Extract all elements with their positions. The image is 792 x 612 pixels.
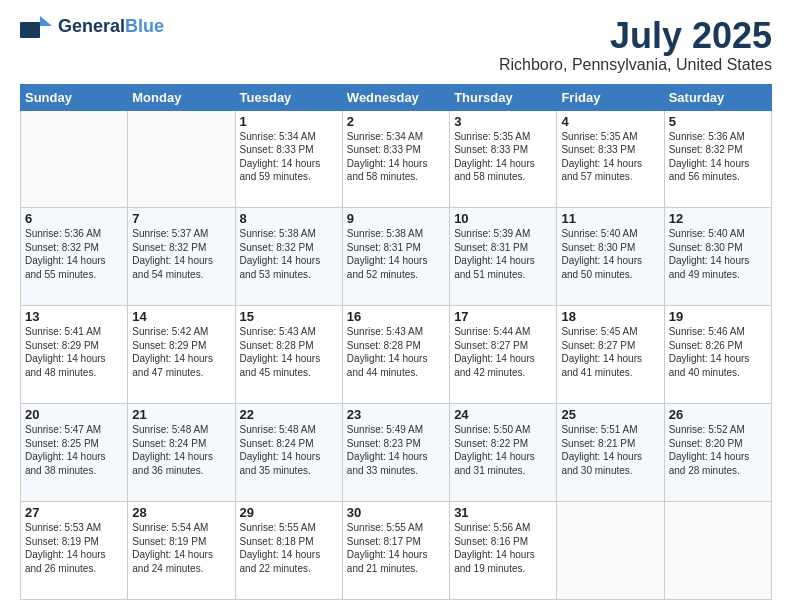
calendar-table: SundayMondayTuesdayWednesdayThursdayFrid… [20,84,772,600]
calendar-cell: 17Sunrise: 5:44 AM Sunset: 8:27 PM Dayli… [450,306,557,404]
header: GeneralBlue July 2025 Richboro, Pennsylv… [20,16,772,74]
day-info: Sunrise: 5:43 AM Sunset: 8:28 PM Dayligh… [347,325,445,379]
day-info: Sunrise: 5:46 AM Sunset: 8:26 PM Dayligh… [669,325,767,379]
calendar-cell: 26Sunrise: 5:52 AM Sunset: 8:20 PM Dayli… [664,404,771,502]
calendar-cell: 6Sunrise: 5:36 AM Sunset: 8:32 PM Daylig… [21,208,128,306]
day-number: 24 [454,407,552,422]
calendar-cell [557,502,664,600]
day-info: Sunrise: 5:48 AM Sunset: 8:24 PM Dayligh… [132,423,230,477]
calendar-cell: 12Sunrise: 5:40 AM Sunset: 8:30 PM Dayli… [664,208,771,306]
day-info: Sunrise: 5:38 AM Sunset: 8:32 PM Dayligh… [240,227,338,281]
day-number: 30 [347,505,445,520]
day-number: 31 [454,505,552,520]
day-number: 9 [347,211,445,226]
calendar-cell: 22Sunrise: 5:48 AM Sunset: 8:24 PM Dayli… [235,404,342,502]
svg-rect-0 [20,22,40,38]
calendar-cell [128,110,235,208]
day-info: Sunrise: 5:55 AM Sunset: 8:18 PM Dayligh… [240,521,338,575]
calendar-cell: 16Sunrise: 5:43 AM Sunset: 8:28 PM Dayli… [342,306,449,404]
day-number: 17 [454,309,552,324]
day-number: 18 [561,309,659,324]
page: GeneralBlue July 2025 Richboro, Pennsylv… [0,0,792,612]
day-number: 21 [132,407,230,422]
calendar-cell: 11Sunrise: 5:40 AM Sunset: 8:30 PM Dayli… [557,208,664,306]
day-info: Sunrise: 5:35 AM Sunset: 8:33 PM Dayligh… [454,130,552,184]
day-number: 5 [669,114,767,129]
day-number: 29 [240,505,338,520]
day-number: 7 [132,211,230,226]
day-number: 8 [240,211,338,226]
day-info: Sunrise: 5:37 AM Sunset: 8:32 PM Dayligh… [132,227,230,281]
calendar-cell: 8Sunrise: 5:38 AM Sunset: 8:32 PM Daylig… [235,208,342,306]
day-info: Sunrise: 5:40 AM Sunset: 8:30 PM Dayligh… [561,227,659,281]
calendar-cell: 29Sunrise: 5:55 AM Sunset: 8:18 PM Dayli… [235,502,342,600]
calendar-cell: 25Sunrise: 5:51 AM Sunset: 8:21 PM Dayli… [557,404,664,502]
calendar-week-row: 20Sunrise: 5:47 AM Sunset: 8:25 PM Dayli… [21,404,772,502]
day-number: 14 [132,309,230,324]
logo: GeneralBlue [20,16,164,38]
day-number: 28 [132,505,230,520]
day-info: Sunrise: 5:50 AM Sunset: 8:22 PM Dayligh… [454,423,552,477]
calendar-cell: 10Sunrise: 5:39 AM Sunset: 8:31 PM Dayli… [450,208,557,306]
day-number: 11 [561,211,659,226]
day-info: Sunrise: 5:40 AM Sunset: 8:30 PM Dayligh… [669,227,767,281]
svg-marker-1 [40,16,52,26]
day-info: Sunrise: 5:39 AM Sunset: 8:31 PM Dayligh… [454,227,552,281]
weekday-header: Thursday [450,84,557,110]
day-info: Sunrise: 5:53 AM Sunset: 8:19 PM Dayligh… [25,521,123,575]
weekday-header: Friday [557,84,664,110]
weekday-header: Monday [128,84,235,110]
day-info: Sunrise: 5:47 AM Sunset: 8:25 PM Dayligh… [25,423,123,477]
calendar-header-row: SundayMondayTuesdayWednesdayThursdayFrid… [21,84,772,110]
day-info: Sunrise: 5:45 AM Sunset: 8:27 PM Dayligh… [561,325,659,379]
weekday-header: Sunday [21,84,128,110]
calendar-cell: 24Sunrise: 5:50 AM Sunset: 8:22 PM Dayli… [450,404,557,502]
calendar-cell: 27Sunrise: 5:53 AM Sunset: 8:19 PM Dayli… [21,502,128,600]
day-info: Sunrise: 5:41 AM Sunset: 8:29 PM Dayligh… [25,325,123,379]
calendar-cell: 14Sunrise: 5:42 AM Sunset: 8:29 PM Dayli… [128,306,235,404]
calendar-cell: 23Sunrise: 5:49 AM Sunset: 8:23 PM Dayli… [342,404,449,502]
day-number: 16 [347,309,445,324]
day-number: 12 [669,211,767,226]
day-info: Sunrise: 5:42 AM Sunset: 8:29 PM Dayligh… [132,325,230,379]
day-info: Sunrise: 5:34 AM Sunset: 8:33 PM Dayligh… [240,130,338,184]
day-number: 10 [454,211,552,226]
calendar-week-row: 13Sunrise: 5:41 AM Sunset: 8:29 PM Dayli… [21,306,772,404]
calendar-cell: 1Sunrise: 5:34 AM Sunset: 8:33 PM Daylig… [235,110,342,208]
calendar-week-row: 27Sunrise: 5:53 AM Sunset: 8:19 PM Dayli… [21,502,772,600]
day-info: Sunrise: 5:36 AM Sunset: 8:32 PM Dayligh… [25,227,123,281]
day-info: Sunrise: 5:36 AM Sunset: 8:32 PM Dayligh… [669,130,767,184]
calendar-cell: 28Sunrise: 5:54 AM Sunset: 8:19 PM Dayli… [128,502,235,600]
day-info: Sunrise: 5:55 AM Sunset: 8:17 PM Dayligh… [347,521,445,575]
weekday-header: Tuesday [235,84,342,110]
day-info: Sunrise: 5:43 AM Sunset: 8:28 PM Dayligh… [240,325,338,379]
calendar-cell: 30Sunrise: 5:55 AM Sunset: 8:17 PM Dayli… [342,502,449,600]
day-info: Sunrise: 5:48 AM Sunset: 8:24 PM Dayligh… [240,423,338,477]
month-title: July 2025 [499,16,772,56]
day-number: 6 [25,211,123,226]
calendar-cell [664,502,771,600]
day-number: 22 [240,407,338,422]
calendar-cell: 19Sunrise: 5:46 AM Sunset: 8:26 PM Dayli… [664,306,771,404]
day-number: 1 [240,114,338,129]
weekday-header: Saturday [664,84,771,110]
calendar-cell: 18Sunrise: 5:45 AM Sunset: 8:27 PM Dayli… [557,306,664,404]
calendar-cell: 4Sunrise: 5:35 AM Sunset: 8:33 PM Daylig… [557,110,664,208]
day-info: Sunrise: 5:54 AM Sunset: 8:19 PM Dayligh… [132,521,230,575]
day-info: Sunrise: 5:51 AM Sunset: 8:21 PM Dayligh… [561,423,659,477]
calendar-cell: 5Sunrise: 5:36 AM Sunset: 8:32 PM Daylig… [664,110,771,208]
logo-text: GeneralBlue [58,17,164,37]
day-number: 2 [347,114,445,129]
location: Richboro, Pennsylvania, United States [499,56,772,74]
day-number: 19 [669,309,767,324]
day-number: 25 [561,407,659,422]
title-block: July 2025 Richboro, Pennsylvania, United… [499,16,772,74]
calendar-cell: 2Sunrise: 5:34 AM Sunset: 8:33 PM Daylig… [342,110,449,208]
day-number: 27 [25,505,123,520]
logo-icon [20,16,52,38]
day-number: 26 [669,407,767,422]
weekday-header: Wednesday [342,84,449,110]
calendar-cell: 21Sunrise: 5:48 AM Sunset: 8:24 PM Dayli… [128,404,235,502]
calendar-cell: 9Sunrise: 5:38 AM Sunset: 8:31 PM Daylig… [342,208,449,306]
calendar-cell: 31Sunrise: 5:56 AM Sunset: 8:16 PM Dayli… [450,502,557,600]
